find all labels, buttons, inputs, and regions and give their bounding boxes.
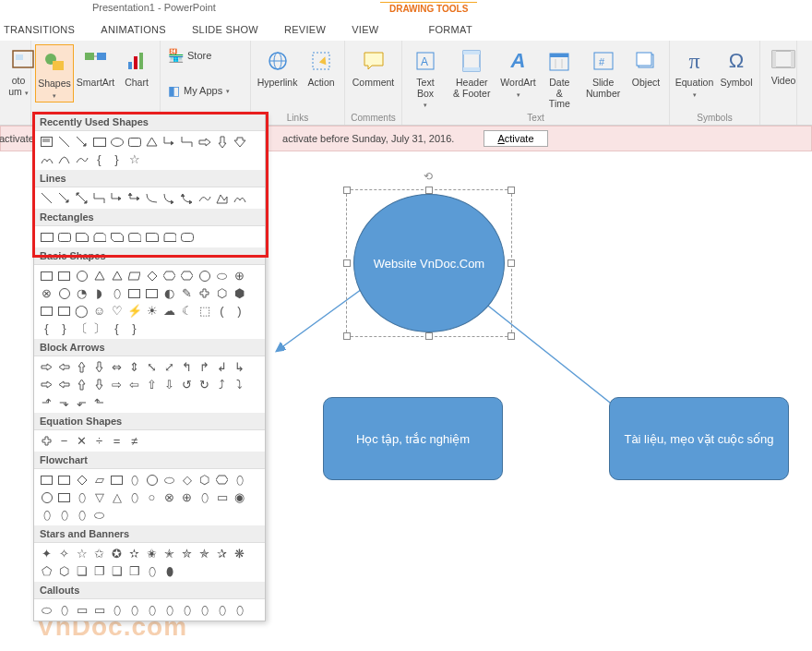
shape-left-rect[interactable]: Học tập, trắc nghiệm <box>323 397 503 480</box>
shape-item[interactable] <box>125 267 143 284</box>
shape-item[interactable]: ◔ <box>73 284 90 302</box>
shape-curve[interactable] <box>73 151 90 168</box>
shape-item[interactable]: ○ <box>143 488 161 506</box>
shape-freeform[interactable] <box>213 189 231 207</box>
resize-handle[interactable] <box>508 332 515 340</box>
shape-item[interactable]: ⬢ <box>231 284 248 302</box>
shape-scribble[interactable] <box>38 151 55 168</box>
shape-item[interactable]: ❏ <box>73 562 90 580</box>
shape-item[interactable]: ↲ <box>213 358 231 376</box>
shape-item[interactable]: ✫ <box>125 545 143 562</box>
shape-item[interactable]: ⇕ <box>125 358 143 376</box>
shape-item[interactable] <box>55 284 73 302</box>
shape-arrow-right[interactable] <box>196 133 213 151</box>
shape-item[interactable] <box>38 358 55 376</box>
shape-item[interactable]: ✩ <box>90 545 108 562</box>
shape-item[interactable]: ◇ <box>178 471 196 488</box>
shape-item[interactable]: ↳ <box>231 358 248 376</box>
shape-round2diag[interactable] <box>178 228 196 246</box>
shape-item[interactable]: ⬭ <box>161 471 178 488</box>
shape-item[interactable] <box>143 284 161 302</box>
shape-item[interactable]: ⬠ <box>38 562 55 580</box>
shape-item[interactable]: ↰ <box>178 358 196 376</box>
store-button[interactable]: 🏪 Store <box>164 46 246 65</box>
shape-item[interactable]: ⬯ <box>125 488 143 506</box>
shape-item[interactable]: ⬎ <box>55 393 73 411</box>
shape-line-dblarrow[interactable] <box>73 189 90 207</box>
shape-item[interactable]: 〕 <box>90 319 108 337</box>
tab-transitions[interactable]: TRANSITIONS <box>0 20 88 39</box>
shape-item[interactable]: − <box>55 432 73 450</box>
shape-elbow-dbl[interactable] <box>125 189 143 207</box>
shape-item[interactable] <box>73 376 90 393</box>
shape-item[interactable] <box>55 302 73 319</box>
shape-rect[interactable] <box>38 228 55 246</box>
hyperlink-button[interactable]: Hyperlink <box>255 44 300 90</box>
shape-item[interactable]: ⬯ <box>231 601 248 619</box>
shape-item[interactable]: ❒ <box>125 562 143 580</box>
shape-star[interactable]: ☆ <box>125 151 143 168</box>
shape-item[interactable]: ⊕ <box>231 267 248 284</box>
shape-item[interactable]: { <box>108 319 125 337</box>
shape-item[interactable] <box>73 471 90 488</box>
shape-item[interactable]: ☁ <box>161 302 178 319</box>
shape-elbow-arrow[interactable] <box>108 189 125 207</box>
shape-item[interactable]: ✰ <box>213 545 231 562</box>
tab-slideshow[interactable]: SLIDE SHOW <box>179 20 271 39</box>
shape-item[interactable] <box>143 471 161 488</box>
shape-item[interactable]: ⬯ <box>213 601 231 619</box>
shape-item[interactable]: ⬯ <box>196 488 213 506</box>
shape-item[interactable] <box>38 432 55 450</box>
slide-number-button[interactable]: # Slide Number <box>581 44 625 101</box>
shape-item[interactable] <box>55 376 73 393</box>
shape-item[interactable]: } <box>125 319 143 337</box>
shape-item[interactable]: ⬯ <box>73 506 90 524</box>
shape-item[interactable]: ❑ <box>108 562 125 580</box>
shape-item[interactable]: ♡ <box>108 302 125 319</box>
resize-handle[interactable] <box>508 259 515 267</box>
shape-item[interactable] <box>38 488 55 506</box>
shape-brace-left[interactable]: { <box>90 151 108 168</box>
shape-item[interactable]: ✪ <box>108 545 125 562</box>
resize-handle[interactable] <box>343 332 351 340</box>
shape-item[interactable]: ⬚ <box>196 302 213 319</box>
shape-line-arrow[interactable] <box>73 133 90 151</box>
shape-item[interactable]: ⤴ <box>213 376 231 393</box>
shape-line-arrow[interactable] <box>55 189 73 207</box>
shape-item[interactable] <box>108 267 125 284</box>
shape-item[interactable] <box>73 358 90 376</box>
shape-item[interactable]: ◯ <box>73 302 90 319</box>
shape-item[interactable]: ✬ <box>143 545 161 562</box>
shape-snip2diag[interactable] <box>108 228 125 246</box>
shape-item[interactable]: ⬑ <box>90 393 108 411</box>
shape-item[interactable]: ▭ <box>73 601 90 619</box>
shape-item[interactable]: ⬯ <box>108 284 125 302</box>
my-apps-button[interactable]: ◧ My Apps ▾ <box>164 81 246 100</box>
shape-item[interactable] <box>90 358 108 376</box>
shape-item[interactable] <box>55 358 73 376</box>
shape-item[interactable]: ❋ <box>231 545 248 562</box>
shape-item[interactable]: ⬭ <box>213 267 231 284</box>
shape-main-ellipse[interactable]: Website VnDoc.Com <box>353 194 505 332</box>
shape-item[interactable] <box>55 488 73 506</box>
shape-item[interactable] <box>90 376 108 393</box>
object-button[interactable]: Object <box>627 44 665 90</box>
shape-item[interactable]: ⬯ <box>125 471 143 488</box>
smartart-button[interactable]: SmartArt <box>76 44 115 90</box>
shape-round1[interactable] <box>143 228 161 246</box>
shape-item[interactable]: ✕ <box>73 432 90 450</box>
shape-elbow[interactable] <box>90 189 108 207</box>
shape-item[interactable]: ▱ <box>90 471 108 488</box>
shape-item[interactable]: ⬡ <box>213 284 231 302</box>
shape-item[interactable]: ▭ <box>90 601 108 619</box>
shape-item[interactable] <box>196 267 213 284</box>
shape-item[interactable]: ⇦ <box>125 376 143 393</box>
wordart-button[interactable]: A WordArt▾ <box>499 44 538 101</box>
shape-item[interactable]: ≠ <box>125 432 143 450</box>
shape-scribble[interactable] <box>231 189 248 207</box>
shape-rect[interactable] <box>90 133 108 151</box>
shape-item[interactable]: ⤵ <box>231 376 248 393</box>
shape-item[interactable]: ⬯ <box>178 601 196 619</box>
shape-item[interactable]: ⇩ <box>161 376 178 393</box>
shape-snip2same[interactable] <box>90 228 108 246</box>
